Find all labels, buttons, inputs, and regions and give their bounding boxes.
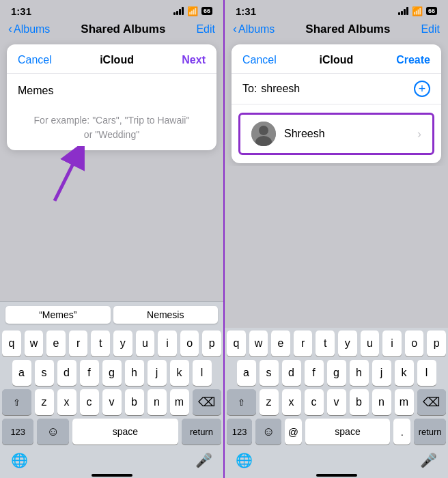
right-key-d[interactable]: d [282, 360, 301, 386]
left-bottom-bar: 🌐 🎤 [0, 449, 223, 471]
right-key-n[interactable]: n [372, 389, 391, 415]
right-return-key[interactable]: return [414, 419, 446, 445]
right-status-icons: 📶 66 [398, 6, 437, 16]
left-nav-back-label: Albums [14, 23, 50, 36]
right-key-t[interactable]: t [316, 331, 335, 356]
right-key-w[interactable]: w [249, 331, 268, 356]
right-home-indicator [225, 471, 448, 478]
key-s[interactable]: s [35, 360, 54, 386]
key-k[interactable]: k [170, 360, 189, 386]
key-v[interactable]: v [102, 389, 122, 415]
right-nav-back[interactable]: ‹ Albums [233, 22, 275, 36]
key-g[interactable]: g [102, 360, 122, 386]
key-u[interactable]: u [136, 331, 155, 356]
right-key-a[interactable]: a [237, 360, 256, 386]
left-emoji-key[interactable]: ☺ [37, 419, 68, 445]
right-key-c[interactable]: c [305, 389, 324, 415]
left-space-key[interactable]: space [72, 419, 178, 445]
left-gray-spacer [0, 208, 223, 301]
right-gray-spacer [225, 166, 448, 328]
key-c[interactable]: c [80, 389, 99, 415]
left-delete-key[interactable]: ⌫ [193, 389, 222, 415]
right-key-l[interactable]: l [417, 360, 436, 386]
right-nav-edit[interactable]: Edit [421, 23, 440, 36]
key-q[interactable]: q [2, 331, 21, 356]
left-nav-back[interactable]: ‹ Albums [8, 22, 50, 36]
right-shift-key[interactable]: ⇧ [227, 389, 256, 415]
key-y[interactable]: y [113, 331, 132, 356]
right-key-o[interactable]: o [405, 331, 424, 356]
key-n[interactable]: n [148, 389, 167, 415]
right-to-input[interactable]: shreesh [261, 83, 414, 95]
right-phone-screen: 1:31 📶 66 ‹ Albums Shared Albums Edit Ca… [225, 0, 448, 478]
right-key-h[interactable]: h [350, 360, 369, 386]
left-mic-icon[interactable]: 🎤 [195, 452, 212, 468]
key-l[interactable]: l [193, 360, 212, 386]
left-globe-icon[interactable]: 🌐 [11, 452, 28, 468]
right-globe-icon[interactable]: 🌐 [236, 452, 253, 468]
right-delete-key[interactable]: ⌫ [417, 389, 447, 415]
left-return-key[interactable]: return [182, 419, 221, 445]
right-period-key[interactable]: . [393, 419, 410, 445]
purple-arrow-icon [14, 146, 96, 208]
key-p[interactable]: p [202, 331, 221, 356]
key-t[interactable]: t [91, 331, 110, 356]
right-space-key[interactable]: space [305, 419, 391, 445]
right-key-x[interactable]: x [282, 389, 301, 415]
key-r[interactable]: r [69, 331, 88, 356]
left-numbers-key[interactable]: 123 [2, 419, 33, 445]
left-cancel-button[interactable]: Cancel [18, 54, 52, 66]
left-album-name-input[interactable]: Memes [18, 82, 206, 100]
left-next-button[interactable]: Next [182, 54, 206, 66]
right-key-m[interactable]: m [395, 389, 414, 415]
right-key-g[interactable]: g [327, 360, 346, 386]
key-j[interactable]: j [148, 360, 167, 386]
right-contact-suggestion[interactable]: Shreesh › [238, 113, 434, 155]
right-at-key[interactable]: @ [285, 419, 302, 445]
key-o[interactable]: o [180, 331, 199, 356]
right-key-b[interactable]: b [350, 389, 369, 415]
right-key-j[interactable]: j [372, 360, 391, 386]
right-key-k[interactable]: k [395, 360, 414, 386]
key-m[interactable]: m [170, 389, 189, 415]
key-w[interactable]: w [25, 331, 44, 356]
key-e[interactable]: e [46, 331, 66, 356]
left-dialog-title: iCloud [100, 54, 134, 66]
left-autocomplete-nemesis[interactable]: Nemesis [113, 306, 219, 324]
left-autocomplete-memes[interactable]: “Memes” [5, 306, 111, 324]
right-key-p[interactable]: p [427, 331, 446, 356]
key-x[interactable]: x [57, 389, 76, 415]
left-shift-key[interactable]: ⇧ [2, 389, 31, 415]
right-key-e[interactable]: e [271, 331, 290, 356]
right-key-z[interactable]: z [260, 389, 279, 415]
right-key-s[interactable]: s [260, 360, 279, 386]
right-to-field: To: shreesh + [232, 74, 441, 104]
right-emoji-key[interactable]: ☺ [255, 419, 281, 445]
key-i[interactable]: i [158, 331, 177, 356]
right-key-u[interactable]: u [361, 331, 380, 356]
right-add-contact-icon[interactable]: + [414, 81, 430, 97]
key-f[interactable]: f [80, 360, 99, 386]
right-numbers-key[interactable]: 123 [227, 419, 252, 445]
right-mic-icon[interactable]: 🎤 [420, 452, 437, 468]
right-create-button[interactable]: Create [396, 54, 430, 66]
right-key-q[interactable]: q [227, 331, 246, 356]
right-key-v[interactable]: v [327, 389, 346, 415]
right-cancel-button[interactable]: Cancel [242, 54, 277, 66]
key-h[interactable]: h [125, 360, 144, 386]
left-key-row-3: ⇧ z x c v b n m ⌫ [2, 389, 221, 415]
left-battery-badge: 66 [201, 7, 212, 15]
key-z[interactable]: z [35, 389, 54, 415]
key-b[interactable]: b [125, 389, 144, 415]
right-key-y[interactable]: y [338, 331, 357, 356]
right-key-i[interactable]: i [382, 331, 402, 356]
key-d[interactable]: d [57, 360, 76, 386]
arrow-area [0, 153, 223, 208]
right-key-r[interactable]: r [294, 331, 313, 356]
left-nav-edit[interactable]: Edit [196, 23, 215, 36]
left-dialog: Cancel iCloud Next Memes For example: "C… [7, 44, 216, 150]
key-a[interactable]: a [12, 360, 31, 386]
right-key-f[interactable]: f [305, 360, 324, 386]
left-home-bar [92, 474, 132, 477]
right-contact-avatar [251, 122, 276, 146]
